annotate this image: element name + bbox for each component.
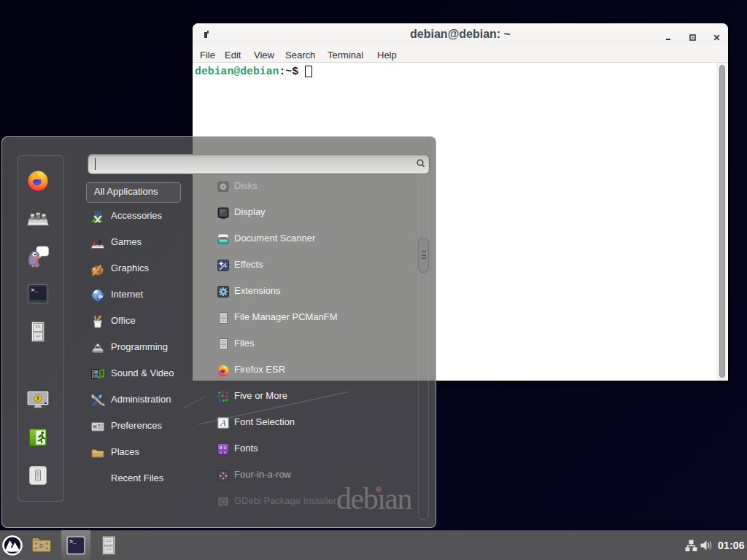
svg-text:a: a	[220, 449, 222, 455]
svg-text:A: A	[220, 418, 226, 428]
svg-text:D: D	[39, 542, 44, 549]
svg-text:>_: >_	[69, 538, 77, 545]
svg-text:>_: >_	[31, 287, 39, 293]
